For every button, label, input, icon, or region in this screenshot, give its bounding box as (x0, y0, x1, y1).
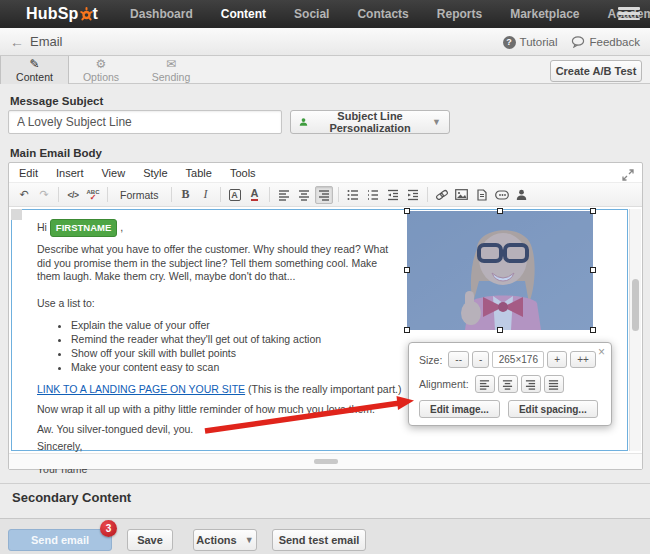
nav-item-marketplace[interactable]: Marketplace (510, 7, 579, 21)
resize-handle-n[interactable] (497, 208, 503, 214)
nav-item-dashboard[interactable]: Dashboard (130, 7, 193, 21)
resize-handle-se[interactable] (590, 327, 596, 333)
menu-insert[interactable]: Insert (56, 167, 84, 179)
image-options-popup: × Size: -- - + ++ Alignment: (408, 342, 612, 426)
insert-button-module[interactable] (493, 186, 511, 204)
background-color-button[interactable]: A (226, 186, 244, 204)
editor-content-region: Hi FIRSTNAME , Describe what you have to… (9, 207, 642, 453)
firstname-token[interactable]: FIRSTNAME (50, 219, 117, 237)
editor-resize-grip[interactable] (314, 459, 338, 464)
bold-button[interactable]: B (177, 186, 195, 204)
question-mark-icon: ? (503, 36, 516, 49)
selected-email-image[interactable] (407, 211, 593, 330)
create-ab-test-button[interactable]: Create A/B Test (550, 60, 642, 82)
subject-input[interactable] (8, 110, 282, 134)
menu-style[interactable]: Style (143, 167, 167, 179)
italic-button[interactable]: I (197, 186, 215, 204)
resize-handle-nw[interactable] (404, 208, 410, 214)
envelope-icon: ✉ (133, 57, 209, 71)
image-align-right-button[interactable] (521, 375, 541, 393)
formats-dropdown[interactable]: Formats (113, 186, 166, 204)
tutorial-link[interactable]: ? Tutorial (503, 36, 558, 49)
align-right-button[interactable] (315, 186, 333, 204)
resize-handle-w[interactable] (404, 267, 410, 273)
outdent-button[interactable] (384, 186, 402, 204)
menu-tools[interactable]: Tools (230, 167, 256, 179)
size-increase-button[interactable]: + (547, 351, 567, 368)
editor-scrollbar-thumb[interactable] (632, 279, 639, 331)
closing-line: Sincerely, (37, 440, 82, 454)
tutorial-label: Tutorial (520, 36, 558, 48)
insert-file-button[interactable] (473, 186, 491, 204)
feedback-label: Feedback (589, 36, 640, 48)
resize-handle-sw[interactable] (404, 327, 410, 333)
resize-handle-ne[interactable] (590, 208, 596, 214)
personalization-button[interactable] (513, 186, 531, 204)
person-icon (299, 116, 308, 128)
edit-spacing-button[interactable]: Edit spacing... (508, 400, 598, 418)
subject-personalization-dropdown[interactable]: Subject Line Personalization ▼ (290, 110, 450, 134)
help-links: ? Tutorial Feedback (503, 28, 640, 56)
image-align-center-button[interactable] (498, 375, 518, 393)
paragraph-1: Describe what you have to offer the cust… (37, 243, 403, 284)
image-align-justify-button[interactable] (544, 375, 564, 393)
send-email-button[interactable]: Send email (8, 529, 112, 551)
tab-options-label: Options (83, 71, 119, 83)
source-code-button[interactable]: </> (64, 186, 82, 204)
logo-text-prefix: HubSp (26, 5, 79, 23)
sprocket-icon (79, 7, 94, 22)
undo-button[interactable]: ↶ (15, 186, 33, 204)
edit-image-button[interactable]: Edit image... (419, 400, 500, 418)
tab-sending-label: Sending (152, 71, 191, 83)
hamburger-menu-icon[interactable] (618, 7, 640, 21)
size-decrease-button[interactable]: - (472, 351, 489, 368)
back-to-email-link[interactable]: ← Email (10, 34, 63, 49)
menu-table[interactable]: Table (186, 167, 212, 179)
pencil-icon: ✎ (1, 57, 68, 71)
secondary-content-label: Secondary Content (12, 490, 131, 505)
spellcheck-button[interactable]: ABC✓ (84, 186, 102, 204)
bullet-list-button[interactable] (344, 186, 362, 204)
rich-text-editor: Edit Insert View Style Table Tools ↶ ↷ <… (8, 162, 643, 470)
hubspot-logo[interactable]: HubSp t (26, 5, 98, 23)
gear-icon: ⚙ (69, 57, 133, 71)
image-align-left-button[interactable] (475, 375, 495, 393)
nav-item-contacts[interactable]: Contacts (357, 7, 408, 21)
size-value-input[interactable] (492, 351, 544, 368)
insert-image-button[interactable] (453, 186, 471, 204)
nav-item-reports[interactable]: Reports (437, 7, 482, 21)
redo-button[interactable]: ↷ (35, 186, 53, 204)
bullet-list: Explain the value of your offer Remind t… (71, 319, 411, 375)
landing-page-link[interactable]: LINK TO A LANDING PAGE ON YOUR SITE (37, 383, 245, 395)
link-line: LINK TO A LANDING PAGE ON YOUR SITE (Thi… (37, 383, 417, 397)
align-left-button[interactable] (275, 186, 293, 204)
alignment-label: Alignment: (419, 378, 469, 390)
align-center-button[interactable] (295, 186, 313, 204)
save-button[interactable]: Save (127, 529, 173, 551)
feedback-link[interactable]: Feedback (571, 36, 640, 48)
fullscreen-icon[interactable] (622, 167, 634, 185)
menu-view[interactable]: View (101, 167, 125, 179)
logo-text-suffix: t (93, 5, 99, 23)
step-3-badge: 3 (100, 520, 117, 537)
tab-content[interactable]: ✎ Content (0, 56, 69, 84)
size-decrease-large-button[interactable]: -- (448, 351, 469, 368)
nav-item-social[interactable]: Social (294, 7, 329, 21)
resize-handle-e[interactable] (590, 267, 596, 273)
nav-item-content[interactable]: Content (221, 7, 266, 21)
tab-sending[interactable]: ✉ Sending (133, 56, 209, 84)
text-color-button[interactable]: A (246, 186, 264, 204)
indent-button[interactable] (404, 186, 422, 204)
bullet-item: Remind the reader what they'll get out o… (71, 333, 411, 347)
editor-scrollbar-track[interactable] (629, 209, 641, 451)
actions-dropdown-button[interactable]: Actions ▼ (193, 529, 257, 551)
numbered-list-button[interactable] (364, 186, 382, 204)
tab-options[interactable]: ⚙ Options (69, 56, 133, 84)
resize-handle-s[interactable] (497, 327, 503, 333)
link-button[interactable] (433, 186, 451, 204)
menu-edit[interactable]: Edit (19, 167, 38, 179)
send-test-email-button[interactable]: Send test email (272, 529, 366, 551)
close-icon[interactable]: × (598, 345, 605, 359)
list-intro: Use a list to: (37, 297, 95, 311)
size-increase-large-button[interactable]: ++ (570, 351, 596, 368)
